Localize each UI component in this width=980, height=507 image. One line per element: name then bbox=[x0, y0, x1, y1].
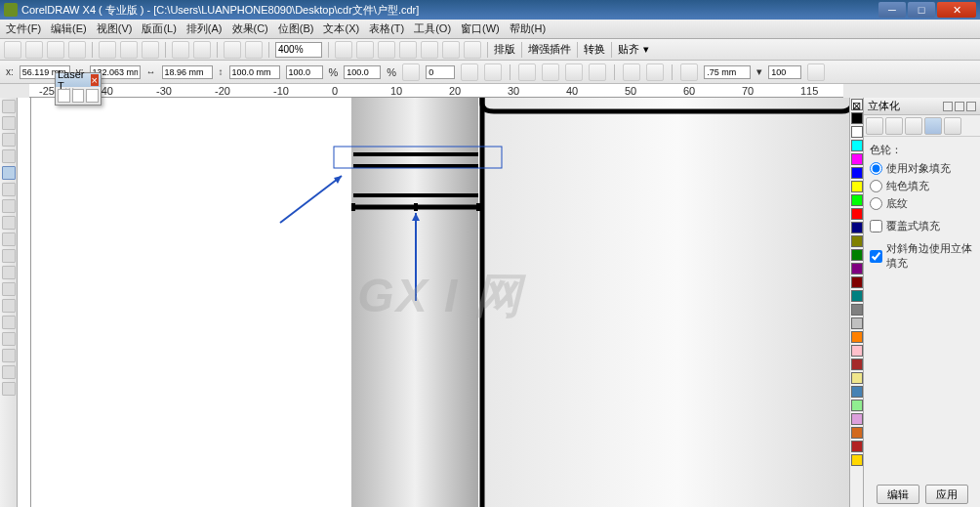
color-swatch[interactable] bbox=[851, 345, 863, 357]
zoom-tool-icon[interactable] bbox=[2, 149, 16, 163]
color-swatch[interactable] bbox=[851, 235, 863, 247]
toolbar-label-snap[interactable]: 贴齐 bbox=[618, 42, 639, 57]
dropdown-icon[interactable]: ▾ bbox=[643, 43, 649, 56]
outline-icon[interactable] bbox=[680, 63, 698, 81]
color-swatch[interactable] bbox=[851, 290, 863, 302]
order-icon[interactable] bbox=[623, 63, 640, 81]
fill-tool-icon[interactable] bbox=[2, 365, 16, 379]
docker-close-icon[interactable] bbox=[966, 102, 976, 111]
color-swatch[interactable] bbox=[851, 317, 863, 329]
width-input[interactable] bbox=[162, 65, 213, 79]
color-swatch[interactable] bbox=[851, 359, 863, 370]
snap-icon[interactable] bbox=[421, 41, 438, 59]
tab-color-icon[interactable] bbox=[924, 117, 942, 135]
color-swatch[interactable] bbox=[851, 208, 863, 220]
paste-button[interactable] bbox=[142, 41, 159, 59]
scale-x-input[interactable] bbox=[286, 65, 323, 79]
zoom-input[interactable] bbox=[275, 42, 322, 58]
snap-icon[interactable] bbox=[442, 41, 460, 59]
docker-menu-icon[interactable] bbox=[943, 102, 953, 111]
zoom-tool-icon[interactable] bbox=[378, 41, 395, 59]
undo-button[interactable] bbox=[172, 41, 189, 59]
polygon-tool-icon[interactable] bbox=[2, 232, 16, 246]
tab-rotation-icon[interactable] bbox=[885, 117, 903, 135]
toolbar-label-typeset[interactable]: 排版 bbox=[494, 42, 515, 57]
radio-object-fill[interactable]: 使用对象填充 bbox=[870, 161, 974, 176]
menu-bitmap[interactable]: 位图(B) bbox=[278, 21, 314, 36]
align-icon[interactable] bbox=[518, 63, 536, 81]
menu-window[interactable]: 窗口(W) bbox=[461, 21, 500, 36]
open-button[interactable] bbox=[25, 41, 43, 59]
toolbar-label-convert[interactable]: 转换 bbox=[584, 42, 605, 57]
maximize-button[interactable]: □ bbox=[908, 2, 935, 18]
connector-tool-icon[interactable] bbox=[2, 299, 16, 313]
checkbox-drape-fill[interactable]: 覆盖式填充 bbox=[870, 219, 974, 233]
laser-tool-2-icon[interactable] bbox=[72, 89, 85, 103]
new-button[interactable] bbox=[4, 41, 21, 59]
color-swatch[interactable] bbox=[851, 400, 863, 411]
menu-tools[interactable]: 工具(O) bbox=[414, 21, 451, 36]
color-swatch[interactable] bbox=[851, 112, 863, 124]
floating-close-icon[interactable]: × bbox=[91, 74, 99, 86]
zoom-tool-icon[interactable] bbox=[335, 41, 352, 59]
outline-tool-icon[interactable] bbox=[2, 349, 16, 362]
pick-tool-icon[interactable] bbox=[2, 100, 16, 113]
order-icon[interactable] bbox=[646, 63, 664, 81]
apply-button[interactable]: 应用 bbox=[925, 485, 968, 504]
menu-edit[interactable]: 编辑(E) bbox=[51, 21, 87, 36]
snap-icon[interactable] bbox=[399, 41, 417, 59]
scale-y-input[interactable] bbox=[344, 65, 381, 79]
cut-button[interactable] bbox=[99, 41, 116, 59]
tab-bevel-icon[interactable] bbox=[944, 117, 961, 135]
color-swatch[interactable] bbox=[851, 454, 863, 466]
zoom-tool-icon[interactable] bbox=[356, 41, 374, 59]
menu-table[interactable]: 表格(T) bbox=[369, 21, 404, 36]
color-swatch[interactable] bbox=[851, 153, 863, 165]
color-swatch[interactable] bbox=[851, 331, 863, 343]
text-tool-icon[interactable] bbox=[2, 249, 16, 263]
lock-ratio-icon[interactable] bbox=[402, 63, 420, 81]
mirror-h-icon[interactable] bbox=[461, 63, 478, 81]
laser-tools-window[interactable]: Laser T… × bbox=[55, 72, 102, 106]
radio-shade-fill[interactable]: 底纹 bbox=[870, 196, 974, 211]
checkbox-bevel-fill[interactable]: 对斜角边使用立体填充 bbox=[870, 241, 974, 271]
laser-tool-3-icon[interactable] bbox=[86, 89, 99, 103]
align-icon[interactable] bbox=[542, 63, 559, 81]
import-button[interactable] bbox=[224, 41, 241, 59]
menu-arrange[interactable]: 排列(A) bbox=[186, 21, 223, 36]
menu-effects[interactable]: 效果(C) bbox=[232, 21, 268, 36]
color-swatch[interactable] bbox=[851, 263, 863, 275]
menu-view[interactable]: 视图(V) bbox=[97, 21, 133, 36]
color-swatch[interactable] bbox=[851, 386, 863, 398]
radio-solid-fill[interactable]: 纯色填充 bbox=[870, 179, 974, 193]
export-button[interactable] bbox=[245, 41, 263, 59]
rotation-input[interactable] bbox=[426, 65, 455, 79]
docker-collapse-icon[interactable] bbox=[955, 102, 964, 111]
freehand-tool-icon[interactable] bbox=[2, 166, 16, 180]
vertical-ruler[interactable] bbox=[18, 98, 31, 507]
copy-button[interactable] bbox=[120, 41, 138, 59]
color-swatch[interactable] bbox=[851, 181, 863, 192]
no-color-swatch[interactable]: ⊠ bbox=[851, 99, 863, 110]
align-icon[interactable] bbox=[565, 63, 583, 81]
height-input[interactable] bbox=[229, 65, 280, 79]
redo-button[interactable] bbox=[193, 41, 211, 59]
color-swatch[interactable] bbox=[851, 140, 863, 151]
color-swatch[interactable] bbox=[851, 194, 863, 206]
color-swatch[interactable] bbox=[851, 249, 863, 261]
color-swatch[interactable] bbox=[851, 126, 863, 138]
close-button[interactable]: ✕ bbox=[937, 2, 976, 18]
outline-width-input[interactable] bbox=[704, 65, 751, 79]
menu-layout[interactable]: 版面(L) bbox=[142, 21, 176, 36]
dimension-tool-icon[interactable] bbox=[2, 282, 16, 296]
interactive-tool-icon[interactable] bbox=[2, 316, 16, 329]
table-tool-icon[interactable] bbox=[2, 266, 16, 279]
align-icon[interactable] bbox=[589, 63, 606, 81]
tab-light-icon[interactable] bbox=[905, 117, 922, 135]
menu-file[interactable]: 文件(F) bbox=[6, 21, 41, 36]
rectangle-tool-icon[interactable] bbox=[2, 199, 16, 213]
edit-button[interactable]: 编辑 bbox=[877, 485, 919, 504]
spinner-input[interactable] bbox=[768, 65, 801, 79]
menu-text[interactable]: 文本(X) bbox=[323, 21, 359, 36]
interactive-fill-icon[interactable] bbox=[2, 382, 16, 396]
